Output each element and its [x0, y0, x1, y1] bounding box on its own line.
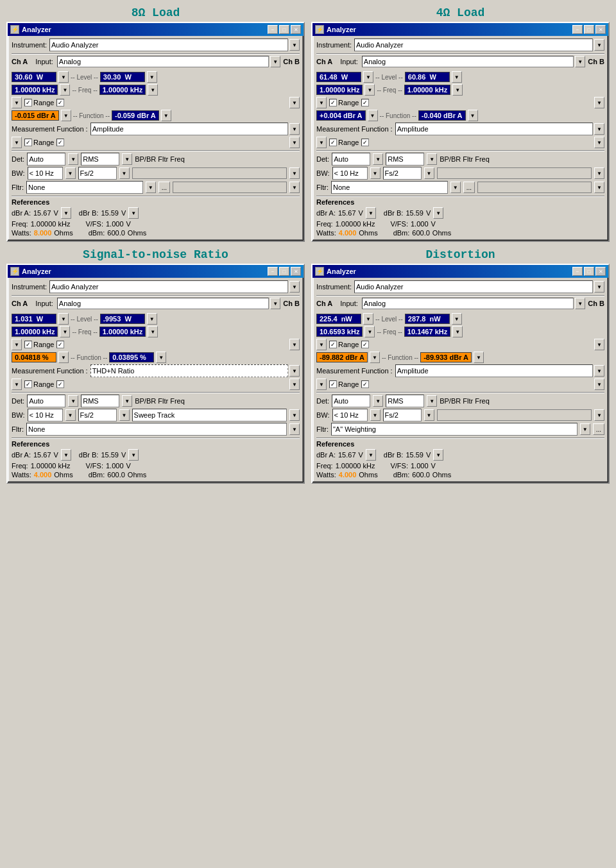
fltr-dropdown[interactable]: ▼: [146, 182, 156, 193]
bw-select[interactable]: < 10 Hz: [332, 409, 368, 421]
dbrb-dropdown[interactable]: ▼: [128, 449, 139, 461]
range2-checkbox[interactable]: ✓: [329, 380, 337, 388]
bw-dropdown[interactable]: ▼: [65, 409, 76, 421]
rms-dropdown[interactable]: ▼: [122, 153, 132, 165]
dbra-dropdown[interactable]: ▼: [61, 449, 71, 461]
freq-a-dropdown[interactable]: ▼: [364, 84, 375, 96]
det-dropdown[interactable]: ▼: [68, 395, 78, 407]
bw-dropdown[interactable]: ▼: [370, 167, 381, 179]
det-select[interactable]: Auto: [27, 395, 65, 407]
close-button[interactable]: ✕: [291, 267, 301, 276]
level-a-dropdown[interactable]: ▼: [58, 313, 69, 325]
close-button[interactable]: ✕: [291, 25, 301, 34]
bw-select[interactable]: < 10 Hz: [332, 167, 368, 180]
range2-dropdown[interactable]: ▼: [12, 379, 22, 390]
input-select[interactable]: Analog: [362, 298, 574, 309]
bw-dropdown[interactable]: ▼: [370, 409, 381, 421]
range1-checkbox[interactable]: ✓: [24, 341, 32, 348]
input-dropdown-arrow[interactable]: ▼: [575, 56, 585, 67]
range2-checkbox[interactable]: ✓: [329, 139, 337, 146]
fs2-select[interactable]: Fs/2: [383, 167, 422, 180]
sweep-track-select[interactable]: Sweep Track: [132, 409, 287, 421]
rms-select[interactable]: RMS: [386, 395, 424, 407]
bp-freq-input[interactable]: [437, 409, 592, 421]
input-dropdown-arrow[interactable]: ▼: [270, 56, 280, 67]
freq-b-dropdown[interactable]: ▼: [148, 326, 158, 337]
rms-select[interactable]: RMS: [386, 153, 424, 166]
minimize-button[interactable]: −: [268, 25, 278, 34]
fltr-select[interactable]: None: [26, 423, 287, 436]
bp-freq-input[interactable]: [437, 167, 592, 179]
instrument-dropdown-arrow[interactable]: ▼: [594, 39, 604, 51]
range2-checkbox[interactable]: ✓: [24, 380, 32, 388]
bw-dropdown[interactable]: ▼: [65, 167, 76, 179]
close-button[interactable]: ✕: [595, 267, 606, 276]
range1-dropdown[interactable]: ▼: [12, 339, 22, 350]
input-select[interactable]: Analog: [362, 56, 574, 67]
bp-right-dropdown[interactable]: ▼: [289, 167, 300, 179]
dbra-dropdown[interactable]: ▼: [366, 449, 376, 461]
fltr-dropdown[interactable]: ▼: [289, 423, 300, 435]
input-dropdown-arrow[interactable]: ▼: [270, 298, 280, 309]
fltr-dropdown[interactable]: ▼: [580, 423, 590, 435]
fs2-dropdown[interactable]: ▼: [119, 409, 130, 421]
func-a-dropdown[interactable]: ▼: [61, 110, 71, 121]
range1-dropdown[interactable]: ▼: [316, 339, 327, 350]
freq-a-dropdown[interactable]: ▼: [364, 326, 375, 337]
range1-check2[interactable]: ✓: [56, 341, 64, 348]
dbrb-dropdown[interactable]: ▼: [433, 207, 443, 219]
meas-func-select[interactable]: Amplitude: [90, 123, 288, 135]
range1-check2[interactable]: ✓: [361, 341, 369, 348]
level-b-dropdown[interactable]: ▼: [452, 71, 462, 83]
rms-select[interactable]: RMS: [81, 153, 119, 166]
meas-func-select[interactable]: Amplitude: [395, 123, 593, 135]
fltr-select[interactable]: "A" Weighting: [331, 423, 578, 436]
instrument-dropdown-arrow[interactable]: ▼: [289, 39, 300, 51]
range1-right-dropdown[interactable]: ▼: [289, 339, 300, 350]
minimize-button[interactable]: −: [572, 25, 583, 34]
freq-b-dropdown[interactable]: ▼: [148, 84, 158, 96]
meas-func-dropdown[interactable]: ▼: [594, 123, 604, 135]
range1-check2[interactable]: ✓: [361, 99, 369, 106]
bw-select[interactable]: < 10 Hz: [28, 409, 63, 421]
func-a-dropdown[interactable]: ▼: [58, 352, 69, 363]
func-b-dropdown[interactable]: ▼: [161, 110, 171, 121]
fltr-dropdown[interactable]: ▼: [450, 182, 461, 193]
dbrb-dropdown[interactable]: ▼: [128, 207, 139, 219]
fs2-dropdown[interactable]: ▼: [424, 409, 434, 421]
rms-dropdown[interactable]: ▼: [427, 153, 437, 165]
minimize-button[interactable]: −: [268, 267, 278, 276]
freq-a-dropdown[interactable]: ▼: [60, 326, 70, 337]
maximize-button[interactable]: □: [584, 267, 594, 276]
bp-freq-input[interactable]: [132, 167, 287, 179]
func-b-dropdown[interactable]: ▼: [156, 352, 166, 363]
fltr-right-dropdown[interactable]: ▼: [289, 182, 300, 193]
range1-right-dropdown[interactable]: ▼: [594, 339, 604, 350]
meas-func-select[interactable]: Amplitude: [395, 364, 593, 377]
level-b-dropdown[interactable]: ▼: [147, 71, 157, 83]
range2-checkbox[interactable]: ✓: [24, 139, 32, 146]
range2-right-dropdown[interactable]: ▼: [594, 379, 604, 390]
maximize-button[interactable]: □: [584, 25, 594, 34]
range2-dropdown[interactable]: ▼: [12, 137, 22, 148]
range1-right-dropdown[interactable]: ▼: [594, 97, 604, 108]
dbra-dropdown[interactable]: ▼: [366, 207, 376, 219]
fs2-select[interactable]: Fs/2: [78, 409, 117, 421]
range1-dropdown[interactable]: ▼: [12, 97, 22, 108]
fltr-input[interactable]: [477, 182, 592, 193]
det-select[interactable]: Auto: [332, 395, 370, 407]
fs2-select[interactable]: Fs/2: [78, 167, 117, 180]
range2-dropdown[interactable]: ▼: [316, 379, 327, 390]
instrument-select[interactable]: Audio Analyzer: [49, 38, 288, 51]
instrument-select[interactable]: Audio Analyzer: [354, 38, 593, 51]
instrument-select[interactable]: Audio Analyzer: [49, 280, 288, 293]
instrument-dropdown-arrow[interactable]: ▼: [289, 281, 300, 293]
range1-right-dropdown[interactable]: ▼: [289, 97, 300, 108]
func-a-dropdown[interactable]: ▼: [370, 352, 380, 363]
fltr-select[interactable]: None: [331, 181, 448, 194]
meas-func-dropdown[interactable]: ▼: [289, 123, 300, 135]
range2-check2[interactable]: ✓: [361, 139, 369, 146]
level-b-dropdown[interactable]: ▼: [452, 313, 462, 325]
level-b-dropdown[interactable]: ▼: [147, 313, 157, 325]
range1-check2[interactable]: ✓: [56, 99, 64, 106]
